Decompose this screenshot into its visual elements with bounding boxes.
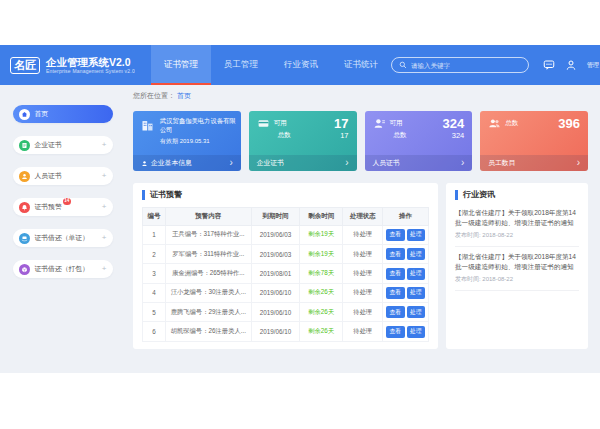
chevron-right-icon: › [229, 158, 232, 168]
person-icon [141, 160, 148, 167]
staff-count-card: 总数 396 员工数目 › [480, 111, 588, 171]
search-box[interactable] [391, 57, 529, 73]
company-info-link[interactable]: 企业基本信息 › [133, 155, 241, 171]
card-footer-label: 人员证书 [373, 158, 400, 168]
handle-button[interactable]: 处理 [407, 326, 426, 338]
stat-cards: 武汉贸鑫伽美电力设备有限公司 有效期 2019.05.31 企业基本信息 › [133, 111, 588, 171]
logo: 名匠 [10, 57, 40, 74]
user-name: 管理 [587, 61, 599, 70]
tab-industry-news[interactable]: 行业资讯 [271, 45, 331, 85]
hand-card-icon [19, 233, 30, 244]
app-body: 首页 企业证书 + 人员证书 + 证书预 [0, 85, 600, 373]
sidebar-item-label: 证书借还（打包） [35, 264, 89, 274]
package-icon [19, 264, 30, 275]
main-content: 您所在位置：首页 武汉贸鑫伽美电力设备有限公司 有效期 2019.05.31 [125, 85, 600, 373]
app-subtitle: Enterprise Management System v2.0 [46, 68, 135, 74]
col-actions: 操作 [383, 207, 429, 225]
chevron-right-icon: › [345, 158, 348, 168]
top-nav: 证书管理 员工管理 行业资讯 证书统计 [151, 45, 391, 85]
sidebar-item-cert-borrow-single[interactable]: 证书借还（单证） + [13, 229, 113, 247]
news-title: 【湖北省住建厅】关于领取2018年度第14批一级建造师初始、增项注册证书的通知 [455, 252, 579, 272]
enterprise-certs-link[interactable]: 企业证书 › [249, 155, 357, 171]
company-validity: 有效期 2019.05.31 [160, 137, 234, 146]
content-panels: 证书预警 编号 预警内容 到期时间 剩余时间 处理状态 操作 [133, 183, 588, 349]
breadcrumb: 您所在位置：首页 [133, 91, 588, 101]
news-item[interactable]: 【湖北省住建厅】关于领取2018年度第14批一级建造师初始、增项注册证书的通知 … [455, 251, 579, 291]
stat-value-total: 17 [340, 131, 348, 140]
col-status: 处理状态 [343, 207, 383, 225]
sidebar-item-label: 人员证书 [35, 171, 62, 181]
card-footer-label: 企业基本信息 [151, 158, 192, 168]
stat-label: 总数 [394, 131, 407, 140]
sidebar-item-person-certs[interactable]: 人员证书 + [13, 167, 113, 185]
stat-label: 总数 [278, 131, 291, 140]
tab-employee-management[interactable]: 员工管理 [211, 45, 271, 85]
alarm-icon [19, 202, 30, 213]
sidebar-item-home[interactable]: 首页 [13, 105, 113, 123]
sidebar-item-label: 企业证书 [35, 140, 62, 150]
industry-news-panel: 行业资讯 【湖北省住建厅】关于领取2018年度第14批一级建造师初始、增项注册证… [446, 183, 588, 349]
company-info-card: 武汉贸鑫伽美电力设备有限公司 有效期 2019.05.31 企业基本信息 › [133, 111, 241, 171]
search-input[interactable] [411, 62, 521, 69]
table-row: 6 胡凯琛编号：26注册类人... 2019/06/10 剩余26天 待处理 查… [143, 322, 429, 341]
news-title: 【湖北省住建厅】关于领取2018年度第14批一级建造师初始、增项注册证书的通知 [455, 208, 579, 228]
handle-button[interactable]: 处理 [407, 306, 426, 318]
alerts-table: 编号 预警内容 到期时间 剩余时间 处理状态 操作 1 王兵编号 [142, 207, 429, 342]
breadcrumb-prefix: 您所在位置： [133, 92, 175, 99]
sidebar-item-enterprise-certs[interactable]: 企业证书 + [13, 136, 113, 154]
handle-button[interactable]: 处理 [407, 229, 426, 241]
view-button[interactable]: 查看 [386, 287, 405, 299]
message-icon[interactable] [543, 59, 555, 71]
handle-button[interactable]: 处理 [407, 268, 426, 280]
sidebar: 首页 企业证书 + 人员证书 + 证书预 [0, 85, 125, 373]
stat-label: 可用 [274, 119, 287, 128]
handle-button[interactable]: 处理 [407, 248, 426, 260]
search-icon [399, 61, 411, 69]
col-no: 编号 [143, 207, 166, 225]
alert-count-badge: 14 [63, 198, 71, 205]
certificate-icon [19, 140, 30, 151]
expand-icon[interactable]: + [102, 265, 107, 273]
news-item[interactable]: 【湖北省住建厅】关于领取2018年度第14批一级建造师初始、增项注册证书的通知 … [455, 207, 579, 247]
chevron-right-icon: › [461, 158, 464, 168]
header-actions: 管理 ▾ [543, 59, 600, 71]
col-expire: 到期时间 [251, 207, 300, 225]
person-certs-link[interactable]: 人员证书 › [365, 155, 473, 171]
expand-icon[interactable]: + [102, 203, 107, 211]
enterprise-certs-card: 可用 17 总数 17 企业证书 › [249, 111, 357, 171]
sidebar-item-label: 证书借还（单证） [35, 233, 89, 243]
person-certs-card: 可用 324 总数 324 人员证书 › [365, 111, 473, 171]
handle-button[interactable]: 处理 [407, 287, 426, 299]
expand-icon[interactable]: + [102, 172, 107, 180]
table-row: 3 康金洲编号：265特种作... 2019/08/01 剩余78天 待处理 查… [143, 264, 429, 283]
breadcrumb-home-link[interactable]: 首页 [177, 92, 191, 99]
view-button[interactable]: 查看 [386, 306, 405, 318]
app-title: 企业管理系统V2.0 [46, 56, 135, 68]
view-button[interactable]: 查看 [386, 326, 405, 338]
user-menu[interactable]: 管理 ▾ [587, 61, 600, 70]
view-button[interactable]: 查看 [386, 229, 405, 241]
user-icon[interactable] [565, 59, 577, 71]
chevron-right-icon: › [577, 158, 580, 168]
app-window: 名匠 企业管理系统V2.0 Enterprise Management Syst… [0, 45, 600, 373]
sidebar-item-cert-alerts[interactable]: 证书预警 14 + [13, 198, 113, 216]
stat-label: 可用 [390, 119, 403, 128]
expand-icon[interactable]: + [102, 141, 107, 149]
staff-count-link[interactable]: 员工数目 › [480, 155, 588, 171]
sidebar-item-cert-borrow-package[interactable]: 证书借还（打包） + [13, 260, 113, 278]
company-name: 武汉贸鑫伽美电力设备有限公司 [160, 117, 236, 135]
tab-certificate-management[interactable]: 证书管理 [151, 45, 211, 85]
expand-icon[interactable]: + [102, 234, 107, 242]
news-time: 发布时间: 2018-08-22 [455, 275, 579, 284]
stat-value-total: 396 [558, 117, 580, 130]
app-title-block: 企业管理系统V2.0 Enterprise Management System … [46, 56, 135, 74]
stat-label: 总数 [505, 119, 518, 128]
tab-certificate-statistics[interactable]: 证书统计 [331, 45, 391, 85]
view-button[interactable]: 查看 [386, 268, 405, 280]
news-time: 发布时间: 2018-08-22 [455, 231, 579, 240]
table-header-row: 编号 预警内容 到期时间 剩余时间 处理状态 操作 [143, 207, 429, 225]
view-button[interactable]: 查看 [386, 248, 405, 260]
person-icon [19, 171, 30, 182]
card-icon [373, 117, 386, 130]
table-row: 1 王兵编号：317特种作业... 2019/06/03 剩余19天 待处理 查… [143, 225, 429, 244]
